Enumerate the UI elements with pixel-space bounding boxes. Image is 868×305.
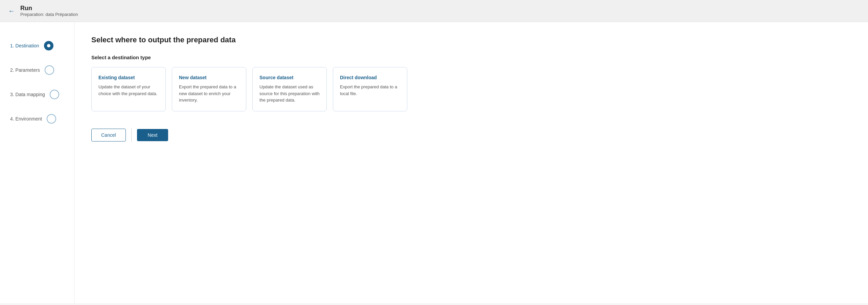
action-buttons: Cancel Next: [91, 128, 851, 142]
step-data-mapping-label: 3. Data mapping: [10, 92, 45, 97]
main-content: Select where to output the prepared data…: [74, 22, 868, 303]
section-subtitle: Select a destination type: [91, 55, 851, 60]
card-new-dataset-title: New dataset: [179, 75, 239, 80]
step-destination[interactable]: 1. Destination: [10, 36, 67, 56]
back-button[interactable]: ←: [8, 7, 15, 15]
card-source-dataset[interactable]: Source dataset Update the dataset used a…: [252, 67, 327, 111]
content-title: Select where to output the prepared data: [91, 36, 851, 44]
cancel-button[interactable]: Cancel: [91, 129, 126, 141]
back-icon: ←: [8, 7, 15, 15]
card-source-dataset-title: Source dataset: [259, 75, 320, 80]
step-environment[interactable]: 4. Environment: [10, 105, 67, 129]
step-data-mapping[interactable]: 3. Data mapping: [10, 80, 67, 105]
card-direct-download-desc: Export the prepared data to a local file…: [340, 84, 400, 97]
step-environment-label: 4. Environment: [10, 116, 42, 122]
main-layout: 1. Destination 2. Parameters 3. Data map…: [0, 22, 868, 303]
card-source-dataset-desc: Update the dataset used as source for th…: [259, 84, 320, 104]
button-divider: [131, 128, 132, 142]
card-direct-download-title: Direct download: [340, 75, 400, 80]
step-data-mapping-circle: [50, 90, 59, 99]
step-parameters-circle: [45, 65, 54, 75]
next-button[interactable]: Next: [137, 129, 168, 141]
app-header: ← Run Preparation: data Préparation: [0, 0, 868, 22]
destination-cards: Existing dataset Update the dataset of y…: [91, 67, 851, 111]
step-parameters[interactable]: 2. Parameters: [10, 56, 67, 80]
page-subtitle: Preparation: data Préparation: [20, 12, 78, 17]
card-new-dataset[interactable]: New dataset Export the prepared data to …: [172, 67, 246, 111]
step-parameters-label: 2. Parameters: [10, 67, 40, 73]
step-environment-circle: [47, 114, 56, 124]
card-existing-dataset-title: Existing dataset: [98, 75, 159, 80]
step-destination-label: 1. Destination: [10, 43, 39, 48]
header-text: Run Preparation: data Préparation: [20, 5, 78, 17]
step-destination-circle: [44, 41, 53, 50]
card-new-dataset-desc: Export the prepared data to a new datase…: [179, 84, 239, 104]
card-direct-download[interactable]: Direct download Export the prepared data…: [333, 67, 407, 111]
card-existing-dataset[interactable]: Existing dataset Update the dataset of y…: [91, 67, 166, 111]
steps-sidebar: 1. Destination 2. Parameters 3. Data map…: [0, 22, 74, 303]
page-title: Run: [20, 5, 78, 12]
card-existing-dataset-desc: Update the dataset of your choice with t…: [98, 84, 159, 97]
